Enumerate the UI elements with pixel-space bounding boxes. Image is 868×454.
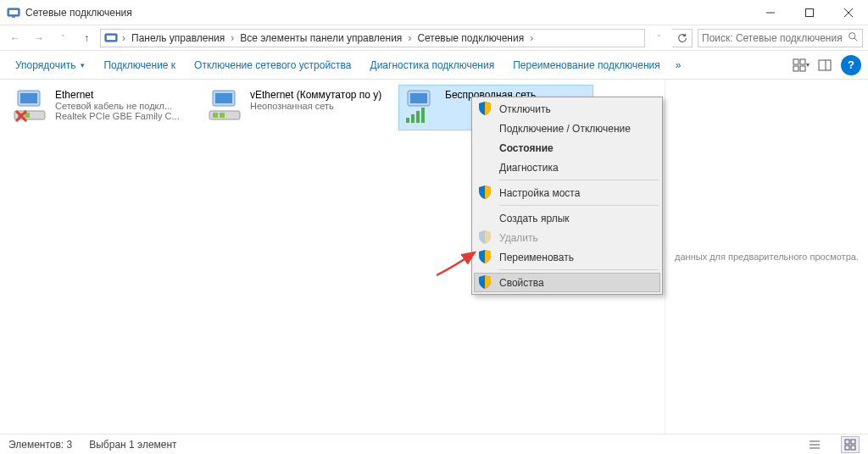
- connection-item-vethernet[interactable]: vEthernet (Коммутатор по у) Неопознанная…: [203, 85, 398, 130]
- connection-device: Realtek PCIe GBE Family C...: [55, 111, 201, 121]
- menu-item-status[interactable]: Состояние: [474, 138, 660, 158]
- close-button[interactable]: [829, 0, 868, 25]
- breadcrumb-item[interactable]: Все элементы панели управления: [236, 32, 405, 44]
- svg-rect-39: [851, 440, 855, 444]
- svg-rect-15: [819, 60, 831, 70]
- network-adapter-icon: [206, 87, 247, 128]
- menu-item-properties[interactable]: Свойства: [474, 273, 660, 292]
- menu-item-label: Настройка моста: [499, 187, 580, 199]
- refresh-button[interactable]: [672, 29, 693, 47]
- menu-item-diagnose[interactable]: Диагностика: [474, 158, 660, 177]
- statusbar: Элементов: 3 Выбран 1 элемент: [0, 434, 868, 454]
- svg-rect-28: [220, 113, 225, 118]
- svg-point-9: [849, 32, 855, 38]
- svg-rect-12: [800, 59, 805, 64]
- svg-rect-34: [421, 108, 425, 123]
- addressbar: ← → ˅ ↑ › Панель управления › Все элемен…: [0, 25, 868, 51]
- preview-text: данных для предварительного просмотра.: [675, 252, 859, 262]
- connect-to-button[interactable]: Подключение к: [95, 56, 184, 75]
- svg-rect-4: [806, 8, 814, 16]
- shield-icon: [477, 274, 492, 290]
- menu-item-label: Отключить: [499, 103, 551, 115]
- svg-rect-2: [12, 16, 15, 18]
- maximize-button[interactable]: [790, 0, 829, 25]
- svg-rect-25: [215, 93, 232, 103]
- menu-item-label: Свойства: [499, 277, 544, 289]
- search-icon[interactable]: [848, 31, 859, 45]
- recent-button[interactable]: ˅: [53, 28, 73, 48]
- svg-rect-41: [851, 446, 855, 450]
- chevron-right-icon: ›: [529, 32, 534, 44]
- svg-rect-40: [845, 446, 849, 450]
- shield-icon: [477, 101, 492, 116]
- rename-button[interactable]: Переименование подключения: [504, 56, 669, 75]
- menu-item-label: Состояние: [499, 142, 554, 154]
- view-options-button[interactable]: ▾: [790, 55, 812, 75]
- content-area: Ethernet Сетевой кабель не подкл... Real…: [0, 80, 868, 434]
- diagnose-button[interactable]: Диагностика подключения: [362, 56, 504, 75]
- svg-rect-27: [213, 113, 218, 118]
- shield-icon: [477, 230, 492, 245]
- connection-name: vEthernet (Коммутатор по у): [250, 87, 396, 101]
- organize-button[interactable]: Упорядочить: [7, 56, 93, 75]
- shield-icon: [477, 185, 492, 200]
- menu-separator: [499, 205, 659, 206]
- history-dropdown[interactable]: ˅: [648, 28, 669, 48]
- shield-icon: [477, 249, 492, 264]
- chevron-right-icon: ›: [230, 32, 235, 44]
- svg-rect-1: [9, 10, 18, 14]
- breadcrumb-icon: [104, 31, 118, 45]
- disable-device-button[interactable]: Отключение сетевого устройства: [186, 56, 359, 75]
- status-selected: Выбран 1 элемент: [89, 439, 176, 451]
- menu-item-label: Диагностика: [499, 162, 559, 174]
- up-button[interactable]: ↑: [76, 28, 97, 48]
- large-icons-view-button[interactable]: [841, 436, 860, 453]
- titlebar: Сетевые подключения: [0, 0, 868, 25]
- menu-item-disable[interactable]: Отключить: [474, 99, 660, 119]
- menu-item-label: Переименовать: [499, 252, 574, 263]
- svg-rect-14: [800, 66, 805, 71]
- chevron-right-icon: ›: [121, 32, 126, 44]
- connection-status: Сетевой кабель не подкл...: [55, 101, 201, 111]
- app-icon: [7, 6, 20, 19]
- details-view-button[interactable]: [805, 436, 824, 453]
- svg-rect-33: [416, 111, 420, 123]
- search-input[interactable]: [702, 32, 848, 44]
- menu-item-bridge[interactable]: Настройка моста: [474, 183, 660, 202]
- help-button[interactable]: ?: [841, 55, 861, 75]
- menu-item-connect-disconnect[interactable]: Подключение / Отключение: [474, 119, 660, 138]
- menu-item-rename[interactable]: Переименовать: [474, 247, 660, 267]
- menu-item-delete: Удалить: [474, 228, 660, 247]
- breadcrumb[interactable]: › Панель управления › Все элементы панел…: [100, 29, 645, 47]
- menu-item-create-shortcut[interactable]: Создать ярлык: [474, 208, 660, 228]
- menu-separator: [499, 180, 659, 180]
- back-button[interactable]: ←: [5, 28, 25, 48]
- chevron-right-icon: ›: [407, 32, 412, 44]
- wireless-adapter-icon: [401, 87, 442, 128]
- connection-item-ethernet[interactable]: Ethernet Сетевой кабель не подкл... Real…: [8, 85, 203, 130]
- svg-line-10: [854, 38, 857, 41]
- svg-rect-31: [406, 118, 409, 123]
- svg-rect-32: [411, 114, 415, 123]
- preview-pane-button[interactable]: [814, 55, 836, 75]
- svg-rect-13: [793, 66, 798, 71]
- svg-rect-30: [410, 93, 427, 103]
- preview-pane: данных для предварительного просмотра.: [665, 80, 868, 434]
- svg-rect-38: [845, 440, 849, 444]
- minimize-button[interactable]: [751, 0, 790, 25]
- svg-rect-11: [793, 59, 798, 64]
- forward-button[interactable]: →: [29, 28, 49, 48]
- connection-status: Неопознанная сеть: [250, 101, 396, 111]
- svg-rect-8: [107, 36, 115, 40]
- network-adapter-icon: [11, 87, 52, 128]
- menu-item-label: Подключение / Отключение: [499, 123, 631, 135]
- window-title: Сетевые подключения: [25, 7, 751, 19]
- svg-rect-18: [20, 93, 37, 103]
- breadcrumb-item[interactable]: Панель управления: [128, 32, 228, 44]
- connection-name: Ethernet: [55, 87, 201, 101]
- toolbar: Упорядочить Подключение к Отключение сет…: [0, 51, 868, 80]
- menu-item-label: Создать ярлык: [499, 213, 570, 224]
- search-box[interactable]: [698, 29, 863, 47]
- breadcrumb-item[interactable]: Сетевые подключения: [414, 32, 527, 44]
- toolbar-more-button[interactable]: »: [670, 56, 687, 75]
